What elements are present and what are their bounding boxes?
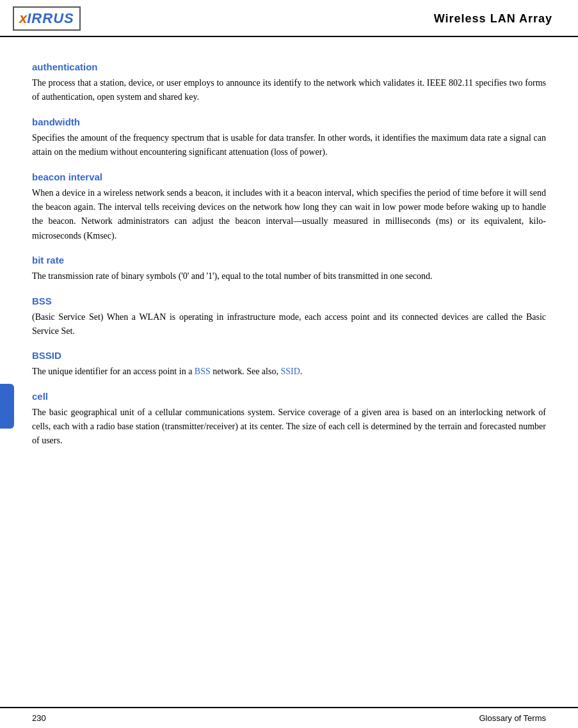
logo-area: x IRRUS <box>13 6 81 31</box>
logo-irrus: IRRUS <box>27 10 74 27</box>
term-body-bss: (Basic Service Set) When a WLAN is opera… <box>32 310 546 339</box>
footer-page-number: 230 <box>32 713 46 723</box>
term-heading-bandwidth: bandwidth <box>32 116 546 127</box>
term-section-beacon-interval: beacon interval When a device in a wirel… <box>32 171 546 244</box>
ssid-link[interactable]: SSID <box>280 367 300 376</box>
term-section-bandwidth: bandwidth Specifies the amount of the fr… <box>32 116 546 160</box>
footer-section-label: Glossary of Terms <box>479 713 546 723</box>
page-container: x IRRUS Wireless LAN Array authenticatio… <box>0 0 578 728</box>
term-heading-beacon-interval: beacon interval <box>32 171 546 182</box>
term-body-bandwidth: Specifies the amount of the frequency sp… <box>32 131 546 160</box>
term-section-authentication: authentication The process that a statio… <box>32 61 546 105</box>
term-body-beacon-interval: When a device in a wireless network send… <box>32 186 546 244</box>
page-header: x IRRUS Wireless LAN Array <box>0 0 578 37</box>
term-section-bss: BSS (Basic Service Set) When a WLAN is o… <box>32 296 546 339</box>
term-body-authentication: The process that a station, device, or u… <box>32 76 546 105</box>
term-section-bit-rate: bit rate The transmission rate of binary… <box>32 255 546 283</box>
bss-link[interactable]: BSS <box>195 367 211 376</box>
term-heading-cell: cell <box>32 391 546 402</box>
logo-x: x <box>19 10 27 27</box>
term-heading-bit-rate: bit rate <box>32 255 546 265</box>
term-section-cell: cell The basic geographical unit of a ce… <box>32 391 546 448</box>
header-title: Wireless LAN Array <box>434 12 552 26</box>
page-footer: 230 Glossary of Terms <box>0 707 578 728</box>
term-section-bssid: BSSID The unique identifier for an acces… <box>32 350 546 379</box>
content-area: authentication The process that a statio… <box>0 37 578 468</box>
term-heading-bss: BSS <box>32 296 546 306</box>
term-heading-authentication: authentication <box>32 61 546 72</box>
term-body-bssid: The unique identifier for an access poin… <box>32 365 546 379</box>
term-heading-bssid: BSSID <box>32 350 546 361</box>
left-tab-decoration <box>0 384 14 429</box>
term-body-bit-rate: The transmission rate of binary symbols … <box>32 269 546 283</box>
term-body-cell: The basic geographical unit of a cellula… <box>32 406 546 448</box>
logo-box: x IRRUS <box>13 6 81 31</box>
